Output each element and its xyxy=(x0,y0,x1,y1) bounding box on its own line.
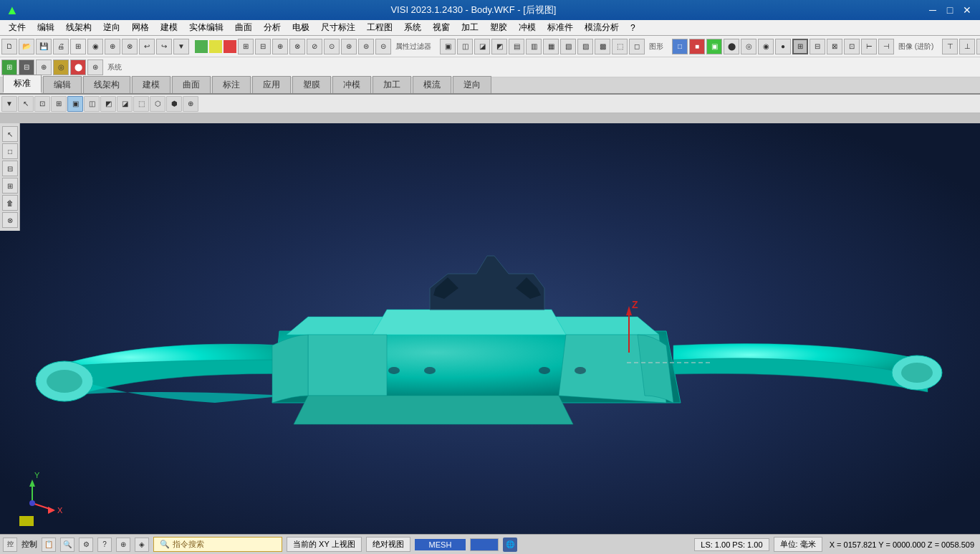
close-button[interactable]: ✕ xyxy=(960,4,974,16)
tb-shape3[interactable]: ◪ xyxy=(474,39,490,54)
tb2-front-box[interactable]: ▣ xyxy=(67,96,83,112)
menu-stamping[interactable]: 冲模 xyxy=(513,20,542,35)
tb-img10[interactable]: ⊠ xyxy=(827,39,842,54)
tab-flow[interactable]: 模流 xyxy=(413,76,451,93)
tb-img11[interactable]: ⊡ xyxy=(844,39,860,54)
tb-shape5[interactable]: ▤ xyxy=(509,39,524,54)
menu-mold-analysis[interactable]: 模流分析 xyxy=(579,20,625,35)
tb-shape4[interactable]: ◩ xyxy=(491,39,507,54)
tb-sys2[interactable]: ⊟ xyxy=(19,59,34,75)
menu-analysis[interactable]: 分析 xyxy=(258,20,287,35)
tb-attr9[interactable]: ⊙ xyxy=(324,39,340,54)
status-icon5[interactable]: ⊕ xyxy=(116,538,130,552)
tb-sys1[interactable]: ⊞ xyxy=(1,59,17,75)
tb-attr6[interactable]: ⊕ xyxy=(272,39,288,54)
tb-img1[interactable]: □ xyxy=(672,39,688,54)
tb2-left-box[interactable]: ◩ xyxy=(100,96,116,112)
tb-dropdown[interactable]: ▼ xyxy=(173,39,189,54)
status-btn1[interactable]: 控 xyxy=(3,538,17,552)
tb-attr7[interactable]: ⊗ xyxy=(289,39,305,54)
menu-system[interactable]: 系统 xyxy=(398,20,427,35)
tb-shape9[interactable]: ▨ xyxy=(577,39,593,54)
tb2-persp[interactable]: ⬢ xyxy=(166,96,182,112)
tb-view2[interactable]: ⊥ xyxy=(959,39,975,54)
status-icon2[interactable]: 🔍 xyxy=(60,538,75,552)
menu-edit[interactable]: 编辑 xyxy=(32,20,60,35)
lt-box3[interactable]: ⊞ xyxy=(2,178,18,194)
lt-box2[interactable]: ⊟ xyxy=(2,161,18,176)
tb2-lasso[interactable]: ⊡ xyxy=(34,96,50,112)
tb-new[interactable]: 🗋 xyxy=(1,39,17,54)
menu-wireframe[interactable]: 线架构 xyxy=(60,20,97,35)
menu-model[interactable]: 建模 xyxy=(155,20,183,35)
menu-dimension[interactable]: 尺寸标注 xyxy=(315,20,361,35)
viewport-3d[interactable]: Z X Y xyxy=(0,123,980,554)
menu-surface[interactable]: 曲面 xyxy=(229,20,258,35)
lt-box1[interactable]: □ xyxy=(2,143,18,159)
tb-view1[interactable]: ⊤ xyxy=(942,39,958,54)
tb-shape1[interactable]: ▣ xyxy=(440,39,456,54)
tb-attr10[interactable]: ⊛ xyxy=(341,39,357,54)
tb-img13[interactable]: ⊣ xyxy=(878,39,894,54)
menu-standard[interactable]: 标准件 xyxy=(542,20,579,35)
tab-standard[interactable]: 标准 xyxy=(3,75,42,93)
tb-img7[interactable]: ● xyxy=(775,39,791,54)
tb-print[interactable]: 🖨 xyxy=(53,39,69,54)
tb-sys5[interactable]: ⬤ xyxy=(70,59,86,75)
tb-attr2[interactable] xyxy=(209,40,222,53)
tb2-right-box[interactable]: ◪ xyxy=(117,96,133,112)
tb-open[interactable]: 📂 xyxy=(19,39,34,54)
tb-img9[interactable]: ⊟ xyxy=(810,39,825,54)
tb2-select[interactable]: ↖ xyxy=(18,96,34,112)
tb-img12[interactable]: ⊢ xyxy=(861,39,877,54)
tab-reverse[interactable]: 逆向 xyxy=(453,76,491,93)
tab-surface[interactable]: 曲面 xyxy=(172,76,211,93)
tb2-zoom[interactable]: ⊞ xyxy=(51,96,67,112)
tb-attr11[interactable]: ⊜ xyxy=(358,39,374,54)
tb-shape6[interactable]: ▥ xyxy=(526,39,542,54)
tb-sys6[interactable]: ⊛ xyxy=(87,59,103,75)
tb2-iso-box[interactable]: ⬡ xyxy=(150,96,165,112)
maximize-button[interactable]: □ xyxy=(943,4,957,16)
status-icon3[interactable]: ⚙ xyxy=(79,538,93,552)
menu-file[interactable]: 文件 xyxy=(3,20,32,35)
tab-apply[interactable]: 应用 xyxy=(252,76,291,93)
tb-shape12[interactable]: ◻ xyxy=(629,39,645,54)
tb-shape11[interactable]: ⬚ xyxy=(612,39,628,54)
tb-shape2[interactable]: ◫ xyxy=(457,39,473,54)
menu-reverse[interactable]: 逆向 xyxy=(97,20,126,35)
tb-btn3[interactable]: ⊕ xyxy=(105,39,120,54)
tb-sys4[interactable]: ◎ xyxy=(53,59,69,75)
tb-btn6[interactable]: ↪ xyxy=(156,39,172,54)
tb-save[interactable]: 💾 xyxy=(36,39,52,54)
tab-wireframe[interactable]: 线架构 xyxy=(83,76,130,93)
status-icon4[interactable]: ? xyxy=(97,538,112,552)
status-icon1[interactable]: 📋 xyxy=(42,538,56,552)
tb-btn2[interactable]: ◉ xyxy=(87,39,103,54)
status-icon6[interactable]: ◈ xyxy=(135,538,149,552)
menu-plastic[interactable]: 塑胶 xyxy=(484,20,513,35)
tb-attr1[interactable] xyxy=(195,40,208,53)
menu-drawing[interactable]: 工程图 xyxy=(361,20,398,35)
tb-img5[interactable]: ◎ xyxy=(741,39,756,54)
tb2-top-box[interactable]: ⬚ xyxy=(133,96,149,112)
lt-trash1[interactable]: 🗑 xyxy=(2,195,18,211)
tb-btn1[interactable]: ⊞ xyxy=(70,39,86,54)
tb2-arrow-down[interactable]: ▼ xyxy=(1,96,17,112)
tb-img3[interactable]: ▣ xyxy=(706,39,722,54)
menu-electrode[interactable]: 电极 xyxy=(287,20,315,35)
tab-plastic[interactable]: 塑膜 xyxy=(292,76,331,93)
tb-shape7[interactable]: ▦ xyxy=(543,39,559,54)
menu-solid-edit[interactable]: 实体编辑 xyxy=(183,20,229,35)
tb-img2[interactable]: ■ xyxy=(689,39,705,54)
tb-shape10[interactable]: ▩ xyxy=(595,39,610,54)
tb2-fit[interactable]: ⊕ xyxy=(183,96,198,112)
tb-sys3[interactable]: ⊕ xyxy=(36,59,52,75)
tb-attr4[interactable]: ⊞ xyxy=(238,39,254,54)
tb-view3[interactable]: ⊦ xyxy=(976,39,980,54)
tb-attr5[interactable]: ⊟ xyxy=(255,39,271,54)
tb-btn5[interactable]: ↩ xyxy=(139,39,155,54)
tb2-back-box[interactable]: ◫ xyxy=(84,96,100,112)
tab-machining[interactable]: 加工 xyxy=(373,76,411,93)
tb-img6[interactable]: ◉ xyxy=(758,39,774,54)
